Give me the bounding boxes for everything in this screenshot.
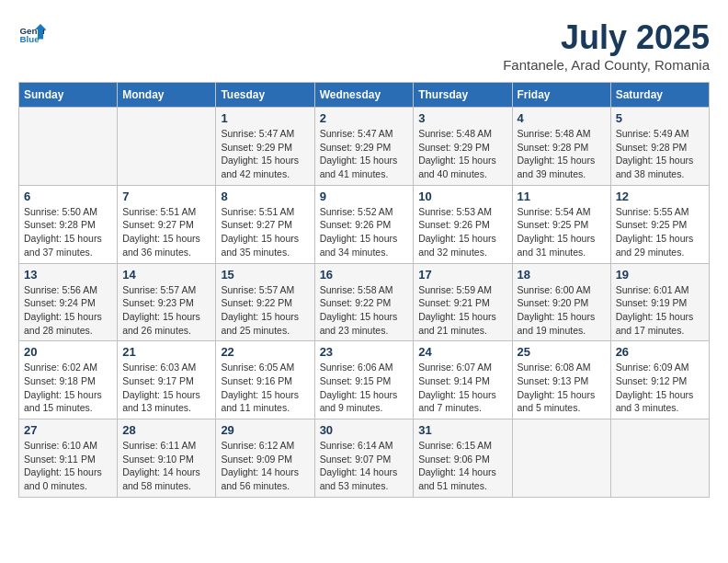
- day-number: 10: [418, 190, 506, 203]
- calendar-week-1: 1Sunrise: 5:47 AMSunset: 9:29 PMDaylight…: [19, 108, 710, 186]
- calendar-cell: 29Sunrise: 6:12 AMSunset: 9:09 PMDayligh…: [216, 419, 314, 498]
- title-block: July 2025 Fantanele, Arad County, Romani…: [503, 18, 710, 73]
- calendar-cell: [512, 419, 610, 498]
- calendar-cell: 2Sunrise: 5:47 AMSunset: 9:29 PMDaylight…: [314, 108, 414, 186]
- day-detail: Sunrise: 5:47 AMSunset: 9:29 PMDaylight:…: [221, 127, 309, 181]
- day-number: 12: [616, 190, 704, 203]
- calendar-cell: 9Sunrise: 5:52 AMSunset: 9:26 PMDaylight…: [314, 185, 414, 263]
- day-detail: Sunrise: 6:05 AMSunset: 9:16 PMDaylight:…: [221, 361, 309, 415]
- calendar-cell: 22Sunrise: 6:05 AMSunset: 9:16 PMDayligh…: [216, 341, 314, 419]
- logo: General Blue: [18, 18, 46, 46]
- weekday-header-row: SundayMondayTuesdayWednesdayThursdayFrid…: [19, 83, 710, 108]
- day-detail: Sunrise: 5:57 AMSunset: 9:22 PMDaylight:…: [221, 283, 309, 338]
- calendar-cell: 4Sunrise: 5:48 AMSunset: 9:28 PMDaylight…: [512, 108, 610, 186]
- calendar-cell: 1Sunrise: 5:47 AMSunset: 9:29 PMDaylight…: [216, 108, 314, 186]
- day-number: 27: [24, 423, 112, 437]
- day-number: 13: [24, 268, 112, 282]
- day-detail: Sunrise: 5:51 AMSunset: 9:27 PMDaylight:…: [221, 205, 309, 259]
- calendar-table: SundayMondayTuesdayWednesdayThursdayFrid…: [18, 82, 710, 498]
- logo-icon: General Blue: [18, 18, 46, 46]
- calendar-body: 1Sunrise: 5:47 AMSunset: 9:29 PMDaylight…: [19, 108, 710, 498]
- day-detail: Sunrise: 5:56 AMSunset: 9:24 PMDaylight:…: [24, 283, 112, 338]
- day-detail: Sunrise: 5:53 AMSunset: 9:26 PMDaylight:…: [418, 205, 506, 259]
- day-number: 4: [518, 111, 606, 125]
- day-detail: Sunrise: 5:48 AMSunset: 9:28 PMDaylight:…: [518, 127, 606, 181]
- calendar-cell: 24Sunrise: 6:07 AMSunset: 9:14 PMDayligh…: [414, 341, 512, 419]
- calendar-cell: 18Sunrise: 6:00 AMSunset: 9:20 PMDayligh…: [512, 263, 610, 341]
- day-number: 23: [320, 345, 409, 359]
- day-number: 14: [122, 268, 210, 282]
- day-number: 7: [122, 190, 210, 203]
- day-detail: Sunrise: 6:12 AMSunset: 9:09 PMDaylight:…: [221, 439, 309, 493]
- calendar-cell: 21Sunrise: 6:03 AMSunset: 9:17 PMDayligh…: [118, 341, 216, 419]
- calendar-cell: 5Sunrise: 5:49 AMSunset: 9:28 PMDaylight…: [610, 108, 709, 186]
- calendar-cell: 12Sunrise: 5:55 AMSunset: 9:25 PMDayligh…: [610, 185, 709, 263]
- day-number: 28: [122, 423, 210, 437]
- day-number: 16: [320, 268, 409, 282]
- day-number: 11: [518, 190, 606, 203]
- day-number: 20: [24, 345, 112, 359]
- page-header: General Blue July 2025 Fantanele, Arad C…: [18, 18, 710, 73]
- day-detail: Sunrise: 5:49 AMSunset: 9:28 PMDaylight:…: [616, 127, 704, 181]
- calendar-cell: 13Sunrise: 5:56 AMSunset: 9:24 PMDayligh…: [19, 263, 118, 341]
- weekday-header-tuesday: Tuesday: [216, 83, 314, 108]
- calendar-cell: 15Sunrise: 5:57 AMSunset: 9:22 PMDayligh…: [216, 263, 314, 341]
- calendar-cell: 31Sunrise: 6:15 AMSunset: 9:06 PMDayligh…: [414, 419, 512, 498]
- calendar-cell: [118, 108, 216, 186]
- day-detail: Sunrise: 5:51 AMSunset: 9:27 PMDaylight:…: [122, 205, 210, 259]
- day-detail: Sunrise: 5:48 AMSunset: 9:29 PMDaylight:…: [418, 127, 506, 181]
- calendar-cell: 17Sunrise: 5:59 AMSunset: 9:21 PMDayligh…: [414, 263, 512, 341]
- day-number: 22: [221, 345, 309, 359]
- day-number: 19: [616, 268, 704, 282]
- day-detail: Sunrise: 6:08 AMSunset: 9:13 PMDaylight:…: [518, 361, 606, 415]
- day-detail: Sunrise: 6:09 AMSunset: 9:12 PMDaylight:…: [616, 361, 704, 415]
- calendar-cell: 3Sunrise: 5:48 AMSunset: 9:29 PMDaylight…: [414, 108, 512, 186]
- day-detail: Sunrise: 5:54 AMSunset: 9:25 PMDaylight:…: [518, 205, 606, 259]
- calendar-cell: 26Sunrise: 6:09 AMSunset: 9:12 PMDayligh…: [610, 341, 709, 419]
- day-detail: Sunrise: 6:03 AMSunset: 9:17 PMDaylight:…: [122, 361, 210, 415]
- day-number: 2: [320, 111, 409, 125]
- weekday-header-thursday: Thursday: [414, 83, 512, 108]
- calendar-week-5: 27Sunrise: 6:10 AMSunset: 9:11 PMDayligh…: [19, 419, 710, 498]
- weekday-header-friday: Friday: [512, 83, 610, 108]
- day-number: 6: [24, 190, 112, 203]
- day-number: 25: [518, 345, 606, 359]
- day-number: 30: [320, 423, 409, 437]
- calendar-cell: [19, 108, 118, 186]
- svg-text:Blue: Blue: [20, 34, 40, 44]
- calendar-week-3: 13Sunrise: 5:56 AMSunset: 9:24 PMDayligh…: [19, 263, 710, 341]
- calendar-cell: 30Sunrise: 6:14 AMSunset: 9:07 PMDayligh…: [314, 419, 414, 498]
- day-detail: Sunrise: 6:10 AMSunset: 9:11 PMDaylight:…: [24, 439, 112, 493]
- calendar-cell: 19Sunrise: 6:01 AMSunset: 9:19 PMDayligh…: [610, 263, 709, 341]
- calendar-header: SundayMondayTuesdayWednesdayThursdayFrid…: [19, 83, 710, 108]
- day-number: 18: [518, 268, 606, 282]
- day-detail: Sunrise: 6:11 AMSunset: 9:10 PMDaylight:…: [122, 439, 210, 493]
- subtitle: Fantanele, Arad County, Romania: [503, 57, 710, 73]
- calendar-cell: [610, 419, 709, 498]
- day-detail: Sunrise: 5:50 AMSunset: 9:28 PMDaylight:…: [24, 205, 112, 259]
- day-number: 9: [320, 190, 409, 203]
- day-number: 1: [221, 111, 309, 125]
- main-title: July 2025: [503, 18, 710, 57]
- calendar-week-4: 20Sunrise: 6:02 AMSunset: 9:18 PMDayligh…: [19, 341, 710, 419]
- day-number: 5: [616, 111, 704, 125]
- day-number: 8: [221, 190, 309, 203]
- day-number: 29: [221, 423, 309, 437]
- calendar-cell: 14Sunrise: 5:57 AMSunset: 9:23 PMDayligh…: [118, 263, 216, 341]
- calendar-cell: 7Sunrise: 5:51 AMSunset: 9:27 PMDaylight…: [118, 185, 216, 263]
- day-detail: Sunrise: 6:14 AMSunset: 9:07 PMDaylight:…: [320, 439, 409, 493]
- day-detail: Sunrise: 5:47 AMSunset: 9:29 PMDaylight:…: [320, 127, 409, 181]
- day-number: 3: [418, 111, 506, 125]
- calendar-cell: 25Sunrise: 6:08 AMSunset: 9:13 PMDayligh…: [512, 341, 610, 419]
- day-number: 17: [418, 268, 506, 282]
- day-number: 24: [418, 345, 506, 359]
- weekday-header-saturday: Saturday: [610, 83, 709, 108]
- calendar-week-2: 6Sunrise: 5:50 AMSunset: 9:28 PMDaylight…: [19, 185, 710, 263]
- weekday-header-wednesday: Wednesday: [314, 83, 414, 108]
- calendar-cell: 6Sunrise: 5:50 AMSunset: 9:28 PMDaylight…: [19, 185, 118, 263]
- day-detail: Sunrise: 6:06 AMSunset: 9:15 PMDaylight:…: [320, 361, 409, 415]
- calendar-cell: 28Sunrise: 6:11 AMSunset: 9:10 PMDayligh…: [118, 419, 216, 498]
- calendar-cell: 8Sunrise: 5:51 AMSunset: 9:27 PMDaylight…: [216, 185, 314, 263]
- day-number: 31: [418, 423, 506, 437]
- day-detail: Sunrise: 6:00 AMSunset: 9:20 PMDaylight:…: [518, 283, 606, 338]
